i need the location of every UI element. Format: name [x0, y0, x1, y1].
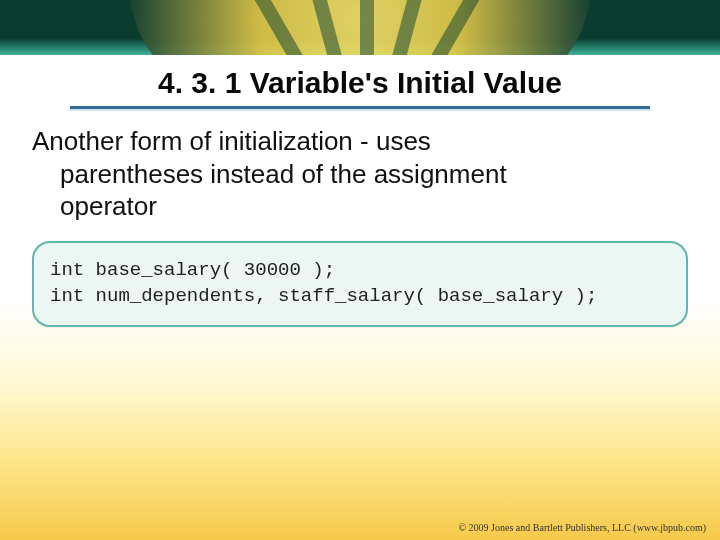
paragraph-line: parentheses instead of the assignment: [32, 158, 688, 191]
title-underline: [70, 106, 650, 109]
paragraph: Another form of initialization - uses pa…: [32, 125, 688, 223]
code-box: int base_salary( 30000 ); int num_depend…: [32, 241, 688, 327]
banner-rib: [360, 0, 374, 55]
banner: [0, 0, 720, 55]
slide: 4. 3. 1 Variable's Initial Value Another…: [0, 0, 720, 540]
paragraph-line: operator: [32, 190, 688, 223]
copyright-footer: © 2009 Jones and Bartlett Publishers, LL…: [459, 522, 706, 533]
code-line: int num_dependents, staff_salary( base_s…: [50, 285, 670, 307]
body: Another form of initialization - uses pa…: [32, 125, 688, 327]
title-block: 4. 3. 1 Variable's Initial Value: [0, 62, 720, 109]
code-line: int base_salary( 30000 );: [50, 259, 670, 281]
paragraph-line: Another form of initialization - uses: [32, 126, 431, 156]
slide-title: 4. 3. 1 Variable's Initial Value: [0, 62, 720, 106]
